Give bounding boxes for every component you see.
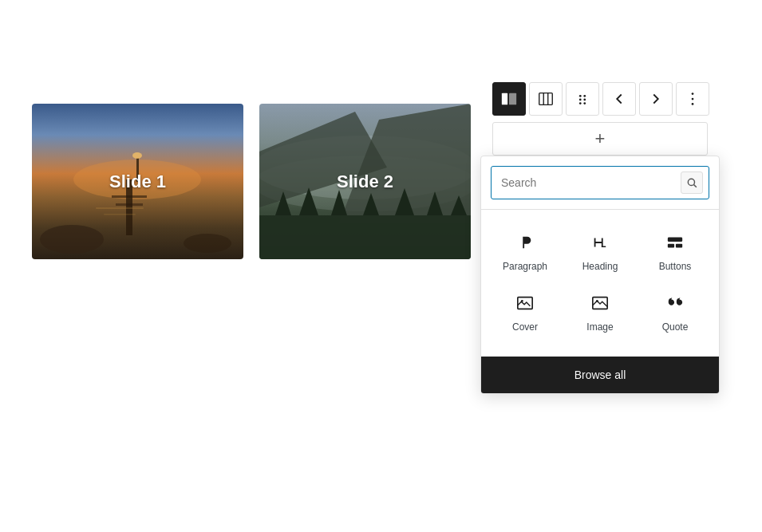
quote-icon (666, 294, 684, 315)
chevron-right-icon (647, 90, 665, 108)
block-item-paragraph[interactable]: Paragraph (488, 223, 563, 283)
svg-rect-9 (104, 214, 136, 215)
svg-point-36 (688, 179, 694, 185)
block-grid: Paragraph Heading Buttons (481, 210, 719, 357)
svg-point-5 (132, 152, 142, 159)
paragraph-icon (516, 234, 534, 254)
svg-point-6 (40, 225, 104, 254)
block-picker: Paragraph Heading Buttons (480, 156, 720, 394)
picker-search-area (481, 156, 719, 210)
svg-rect-14 (259, 215, 471, 259)
block-name-heading: Heading (582, 261, 618, 272)
block-item-cover[interactable]: Cover (488, 283, 563, 344)
block-item-image[interactable]: Image (563, 283, 638, 344)
slide-1-label: Slide 1 (109, 171, 166, 192)
svg-rect-23 (509, 93, 516, 105)
slide-2[interactable]: Slide 2 (259, 104, 471, 259)
block-item-heading[interactable]: Heading (563, 223, 638, 283)
svg-point-45 (596, 300, 598, 302)
single-view-icon (537, 90, 555, 108)
image-icon (591, 294, 609, 315)
drag-icon (574, 90, 591, 108)
block-name-cover: Cover (512, 321, 538, 333)
svg-rect-8 (96, 207, 144, 209)
buttons-icon (666, 234, 684, 254)
svg-point-27 (579, 95, 582, 97)
block-name-quote: Quote (662, 321, 689, 333)
prev-button[interactable] (602, 82, 636, 116)
more-options-button[interactable] (676, 82, 709, 116)
cover-icon (516, 294, 534, 315)
svg-point-29 (579, 99, 582, 101)
svg-point-7 (184, 234, 231, 253)
svg-line-37 (694, 185, 697, 187)
svg-rect-2 (112, 195, 147, 198)
svg-rect-22 (502, 93, 507, 105)
add-icon: + (595, 128, 606, 149)
svg-rect-40 (668, 244, 674, 248)
svg-point-31 (579, 102, 582, 104)
single-view-button[interactable] (529, 82, 563, 116)
svg-rect-24 (539, 93, 553, 105)
block-name-buttons: Buttons (659, 261, 692, 272)
svg-point-33 (692, 93, 694, 95)
search-icon (686, 177, 697, 188)
block-name-paragraph: Paragraph (503, 261, 547, 272)
browse-all-label: Browse all (574, 368, 626, 381)
search-wrapper (491, 166, 709, 199)
svg-point-34 (692, 98, 694, 100)
chevron-left-icon (610, 90, 628, 108)
svg-point-43 (521, 300, 523, 302)
more-options-icon (684, 90, 701, 108)
svg-rect-3 (116, 203, 143, 206)
heading-icon (591, 234, 609, 254)
svg-point-30 (583, 99, 586, 101)
browse-all-button[interactable]: Browse all (481, 357, 719, 393)
drag-handle-button[interactable] (566, 82, 599, 116)
next-button[interactable] (639, 82, 673, 116)
svg-point-35 (692, 103, 694, 105)
block-item-quote[interactable]: Quote (638, 283, 713, 344)
block-toolbar (492, 82, 709, 116)
svg-rect-39 (668, 238, 682, 242)
svg-point-28 (583, 95, 586, 97)
block-name-image: Image (586, 321, 613, 333)
block-item-buttons[interactable]: Buttons (638, 223, 713, 283)
search-submit-button[interactable] (681, 171, 703, 194)
search-input[interactable] (491, 166, 709, 199)
add-block-button[interactable]: + (492, 122, 708, 156)
svg-rect-41 (676, 244, 682, 248)
svg-rect-38 (602, 246, 606, 247)
slides-container: Slide 1 Slide 2 (32, 104, 471, 259)
slide-2-label: Slide 2 (337, 171, 393, 192)
gallery-view-button[interactable] (492, 82, 526, 116)
gallery-icon (500, 90, 518, 108)
svg-point-32 (583, 102, 586, 104)
slide-1[interactable]: Slide 1 (32, 104, 243, 259)
